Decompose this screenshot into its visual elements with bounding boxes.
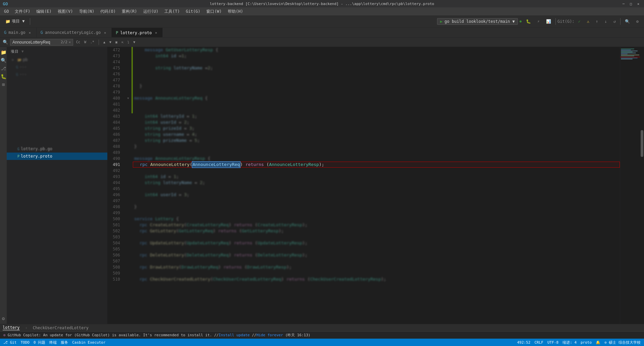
- proto-file-icon: P: [116, 31, 118, 35]
- status-problems[interactable]: 0 问题: [34, 340, 45, 345]
- tab-close-main-go[interactable]: ✕: [28, 30, 32, 35]
- project-selector[interactable]: 📁 项目 ▼: [3, 18, 27, 25]
- status-casbin[interactable]: Casbin Executor: [72, 340, 105, 345]
- activity-settings[interactable]: ⚙: [1, 316, 6, 321]
- minimize-button[interactable]: ─: [621, 1, 627, 7]
- activity-search[interactable]: 🔍: [1, 58, 6, 63]
- search-input-wrap[interactable]: 2/2 ✕: [10, 39, 73, 46]
- run-config[interactable]: ▶ go build looklook/test/main ▼: [437, 18, 518, 25]
- debug-button[interactable]: 🐛: [523, 18, 534, 24]
- rpc-response-type: AnnounceLotteryResp: [269, 162, 319, 168]
- search-wrap-btn[interactable]: ⤵: [126, 40, 130, 44]
- maximize-button[interactable]: □: [628, 1, 634, 7]
- search-global-button[interactable]: 🔍: [622, 18, 633, 24]
- search-filter-btn[interactable]: ▼: [132, 40, 136, 44]
- status-git[interactable]: ⎇ Git: [3, 340, 17, 345]
- status-services[interactable]: 服务: [61, 340, 68, 345]
- search-count: 2/2: [61, 40, 67, 44]
- menu-navigate[interactable]: 导航(N): [76, 8, 97, 15]
- settings-button[interactable]: ⚙: [634, 18, 641, 24]
- search-close-all-btn[interactable]: ▣: [114, 40, 118, 44]
- title-bar-left: GO: [3, 1, 8, 6]
- status-todo[interactable]: TODO: [21, 340, 30, 345]
- code-line-502: rpc GetLottery ( GetLotteryReq ) returns…: [133, 228, 620, 234]
- tree-item-blurred-1[interactable]: ▶ 📂 pb: [7, 56, 107, 63]
- fold-indicator-480[interactable]: ▼: [125, 95, 131, 101]
- copilot-hide-link[interactable]: Hide forever: [256, 333, 283, 337]
- scroll-thumb[interactable]: [641, 130, 643, 157]
- tree-item-blurred-3[interactable]: G ···: [7, 71, 107, 78]
- tab-close-lottery-proto[interactable]: ✕: [154, 31, 158, 35]
- status-language[interactable]: proto: [581, 340, 592, 345]
- minimap-line-7: [621, 55, 639, 55]
- bottom-tab-lottery[interactable]: lottery: [3, 325, 20, 330]
- tab-announce-logic-go[interactable]: G announceLotteryLogic.go ✕: [37, 28, 112, 37]
- minimap: [620, 47, 640, 324]
- tab-main-go[interactable]: G main.go ✕: [0, 28, 37, 37]
- line-num-486: 486: [107, 131, 122, 137]
- copilot-install-link[interactable]: Install update: [219, 333, 250, 337]
- search-expand-btn[interactable]: ⇱: [120, 40, 124, 44]
- search-close-icon[interactable]: ✕: [69, 40, 71, 44]
- menu-edit[interactable]: 编辑(E): [34, 8, 54, 15]
- tab-close-announce-go[interactable]: ✕: [103, 30, 107, 35]
- search-input[interactable]: [12, 40, 59, 45]
- code-line-491[interactable]: rpc AnnounceLottery ( AnnounceLotteryReq…: [133, 162, 620, 168]
- line-num-484: 484: [107, 119, 122, 125]
- status-encoding[interactable]: UTF-8: [547, 340, 558, 345]
- git-check-button[interactable]: ✓: [576, 18, 583, 24]
- menu-refactor[interactable]: 重构(R): [119, 8, 140, 15]
- editor: 472 473 474 475 476 477 478 479 480 481 …: [107, 47, 644, 324]
- code-content[interactable]: message GetUserLotteryResp { int64 id = …: [133, 47, 620, 324]
- code-line-484: int64 userId = 2 ;: [133, 119, 620, 125]
- menu-window[interactable]: 窗口(W): [204, 8, 224, 15]
- git-push-button[interactable]: ↑: [593, 18, 601, 24]
- search-case-btn[interactable]: Cc: [75, 40, 81, 44]
- sidebar-item-lottery-proto[interactable]: P lottery.proto: [7, 153, 107, 160]
- status-terminal[interactable]: 终端: [49, 340, 57, 345]
- coverage-button[interactable]: ⚡: [535, 18, 542, 24]
- status-notifications[interactable]: 🔔: [596, 340, 600, 345]
- menu-code[interactable]: 代码(O): [98, 8, 118, 15]
- git-warn-button[interactable]: ⚠: [584, 18, 592, 24]
- profile-button[interactable]: 📊: [543, 18, 554, 24]
- vertical-scrollbar[interactable]: [640, 47, 644, 324]
- minimap-line-5: [621, 53, 636, 53]
- tree-item-blurred-2[interactable]: G ···: [7, 63, 107, 71]
- line-num-477: 477: [107, 77, 122, 83]
- git-icon: ⎇: [3, 340, 8, 345]
- code-line-493: int64 id = 1 ;: [133, 174, 620, 180]
- status-indent[interactable]: 缩进: 4: [562, 340, 577, 345]
- menu-file[interactable]: 文件(F): [12, 8, 33, 15]
- activity-explorer[interactable]: 📁: [1, 50, 6, 55]
- code-line-490: message AnnounceLotteryResp {: [133, 156, 620, 162]
- line-num-501: 501: [107, 222, 122, 228]
- menu-git[interactable]: Git(G): [183, 8, 203, 14]
- run-config-icon: ▶: [440, 19, 442, 24]
- menu-go[interactable]: GO: [1, 8, 11, 14]
- close-button[interactable]: ✕: [635, 1, 641, 7]
- fold-spacer: [125, 47, 131, 95]
- code-line-480: message AnnounceLotteryReq {: [133, 95, 620, 101]
- git-refresh-button[interactable]: ↺: [611, 18, 619, 24]
- sidebar-header: 项目 ▼: [7, 47, 107, 56]
- status-copilot[interactable]: ⊙ 硕士 综合技大学校: [604, 340, 641, 345]
- status-position[interactable]: 492:52: [517, 340, 531, 345]
- status-bar: ⎇ Git TODO 0 问题 终端 服务 Casbin Executor 49…: [0, 339, 644, 346]
- status-line-ending[interactable]: CRLF: [535, 340, 544, 345]
- activity-debug[interactable]: 🐛: [1, 74, 6, 79]
- menu-run[interactable]: 运行(U): [141, 8, 161, 15]
- search-regex-btn[interactable]: .*: [89, 40, 95, 44]
- bottom-tab-check-user-created[interactable]: CheckUserCreatedLottery: [33, 326, 89, 330]
- menu-view[interactable]: 视图(V): [55, 8, 76, 15]
- menu-help[interactable]: 帮助(H): [225, 8, 246, 15]
- tab-lottery-proto[interactable]: P lottery.proto ✕: [112, 28, 163, 37]
- activity-git[interactable]: ⎇: [1, 66, 6, 71]
- search-word-btn[interactable]: W: [83, 40, 87, 44]
- search-next-btn[interactable]: ▼: [108, 40, 112, 44]
- menu-tools[interactable]: 工具(T): [162, 8, 182, 15]
- activity-extensions[interactable]: ⊞: [1, 82, 6, 87]
- git-pull-button[interactable]: ↓: [602, 18, 609, 24]
- search-prev-btn[interactable]: ▲: [102, 40, 106, 44]
- run-button[interactable]: [520, 20, 522, 22]
